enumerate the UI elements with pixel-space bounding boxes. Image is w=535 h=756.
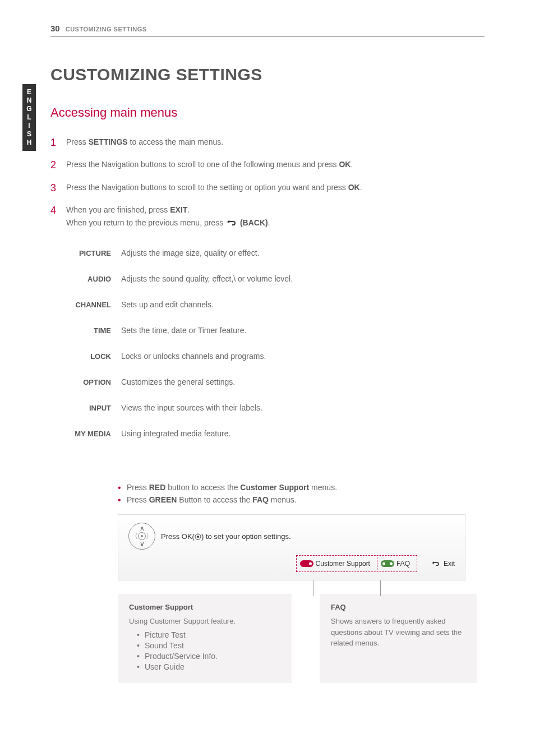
step-text: Press the Navigation buttons to scroll t… <box>66 160 339 169</box>
menu-desc: Customizes the general settings. <box>121 377 235 386</box>
menu-row: PICTURE Adjusts the image size, quality … <box>65 248 485 257</box>
language-tab: ENGLISH <box>22 84 36 151</box>
step-1: Press SETTINGS to access the main menus. <box>50 136 485 148</box>
note-text: Press <box>127 483 149 492</box>
menu-row: LOCK Locks or unlocks channels and progr… <box>65 352 485 361</box>
screen-button-row: Customer Support FAQ Exit <box>128 555 455 572</box>
menu-label: LOCK <box>65 352 121 361</box>
menu-desc: Using integrated media feature. <box>121 429 230 438</box>
navigation-dpad-icon: ∧ ∨ 〈 〉 <box>128 523 155 550</box>
note-text: Press <box>127 495 149 504</box>
highlighted-button-group: Customer Support FAQ <box>296 555 417 572</box>
callout-list-item: Sound Test <box>137 641 280 650</box>
step-text: . <box>350 160 353 169</box>
step-text: . <box>187 205 190 214</box>
notes-list: Press RED button to access the Customer … <box>118 483 485 504</box>
step-text: When you are finished, press <box>66 205 170 214</box>
screen-instruction: Press OK() to set your option settings. <box>161 532 291 541</box>
exit-back-icon <box>431 559 441 569</box>
page-header: 30 CUSTOMIZING SETTINGS <box>50 24 485 37</box>
up-arrow-icon: ∧ <box>140 524 145 532</box>
note-keyword: RED <box>149 483 166 492</box>
step-text: Press the Navigation buttons to scroll t… <box>66 183 348 192</box>
step-4: When you are finished, press EXIT. When … <box>50 204 485 229</box>
callout-customer-support: Customer Support Using Customer Support … <box>118 594 292 683</box>
callout-desc: Using Customer Support feature. <box>129 616 280 627</box>
menu-label: OPTION <box>65 378 121 386</box>
section-title: Accessing main menus <box>50 105 485 120</box>
back-icon <box>225 217 238 229</box>
callout-title: Customer Support <box>129 603 280 611</box>
menu-desc: Views the input sources with their label… <box>121 403 262 412</box>
page-title: CUSTOMIZING SETTINGS <box>50 65 485 84</box>
page-number: 30 <box>50 24 60 33</box>
note-text: button to access the <box>165 483 240 492</box>
step-keyword: SETTINGS <box>89 137 128 146</box>
divider <box>377 557 377 570</box>
exit-button: Exit <box>431 559 455 569</box>
note-keyword: Customer Support <box>240 483 309 492</box>
menu-desc: Locks or unlocks channels and programs. <box>121 352 266 361</box>
button-label: Exit <box>444 560 455 568</box>
menu-label: TIME <box>65 326 121 335</box>
svg-point-1 <box>197 536 199 538</box>
menu-row: INPUT Views the input sources with their… <box>65 403 485 412</box>
screen-illustration: ∧ ∨ 〈 〉 Press OK() to set your option se… <box>118 514 465 580</box>
step-2: Press the Navigation buttons to scroll t… <box>50 158 485 170</box>
step-keyword: EXIT <box>170 205 187 214</box>
menu-row: CHANNEL Sets up and edit channels. <box>65 300 485 309</box>
step-keyword: (BACK) <box>238 218 268 227</box>
instruction-text: Press OK( <box>161 532 195 541</box>
note-text: menus. <box>309 483 337 492</box>
note-keyword: FAQ <box>252 495 269 504</box>
menu-label: INPUT <box>65 404 121 412</box>
menu-row: OPTION Customizes the general settings. <box>65 377 485 386</box>
step-keyword: OK <box>339 160 350 169</box>
menu-desc: Sets the time, date or Timer feature. <box>121 326 246 335</box>
note-item: Press GREEN Button to access the FAQ men… <box>118 495 485 504</box>
connector-line <box>313 580 313 596</box>
button-label: FAQ <box>396 560 410 568</box>
step-text: . <box>360 183 362 192</box>
step-text: . <box>268 218 270 227</box>
callout-faq: FAQ Shows answers to frequently asked qu… <box>320 594 477 683</box>
step-keyword: OK <box>348 183 360 192</box>
connector-line <box>380 580 381 596</box>
menu-desc: Adjusts the image size, quality or effec… <box>121 248 259 257</box>
callouts-row: Customer Support Using Customer Support … <box>118 594 477 683</box>
callout-list-item: User Guide <box>137 662 280 671</box>
step-3: Press the Navigation buttons to scroll t… <box>50 181 485 193</box>
callout-connector-lines <box>118 580 465 594</box>
step-text: to access the main menus. <box>128 137 223 146</box>
callout-desc: Shows answers to frequently asked questi… <box>331 616 465 649</box>
running-title: CUSTOMIZING SETTINGS <box>66 26 147 33</box>
steps-list: Press SETTINGS to access the main menus.… <box>50 136 485 229</box>
menu-label: PICTURE <box>65 249 121 257</box>
callout-list-item: Product/Service Info. <box>137 652 280 661</box>
ok-dot-icon <box>195 533 201 540</box>
menu-label: CHANNEL <box>65 301 121 309</box>
menu-row: AUDIO Adjusts the sound quality, effect,… <box>65 274 485 283</box>
step-text: Press <box>66 137 89 146</box>
note-text: Button to access the <box>177 495 252 504</box>
faq-button: FAQ <box>381 560 410 568</box>
menu-desc: Adjusts the sound quality, effect,\ or v… <box>121 274 293 283</box>
ok-center-icon <box>138 532 146 540</box>
down-arrow-icon: ∨ <box>140 540 145 548</box>
menu-label: MY MEDIA <box>65 430 121 438</box>
callout-title: FAQ <box>331 603 465 611</box>
green-button-icon <box>381 560 394 567</box>
menu-label: AUDIO <box>65 275 121 283</box>
menu-table: PICTURE Adjusts the image size, quality … <box>65 248 485 438</box>
button-label: Customer Support <box>316 560 370 568</box>
callout-list: Picture Test Sound Test Product/Service … <box>129 630 280 671</box>
menu-row: MY MEDIA Using integrated media feature. <box>65 429 485 438</box>
right-arrow-icon: 〉 <box>146 532 153 541</box>
note-keyword: GREEN <box>149 495 177 504</box>
step-text: When you return to the previous menu, pr… <box>66 218 225 227</box>
left-arrow-icon: 〈 <box>131 532 138 541</box>
callout-list-item: Picture Test <box>137 630 280 639</box>
menu-desc: Sets up and edit channels. <box>121 300 214 309</box>
screen-top-row: ∧ ∨ 〈 〉 Press OK() to set your option se… <box>128 523 455 550</box>
menu-row: TIME Sets the time, date or Timer featur… <box>65 326 485 335</box>
